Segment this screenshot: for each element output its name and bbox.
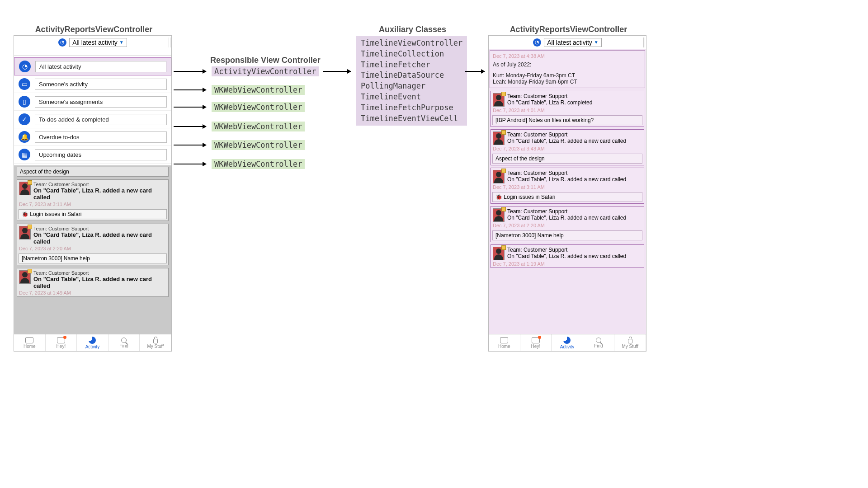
timeline-card[interactable]: Team: Customer Support On "Card Table", … [17, 268, 169, 297]
dropdown-label: All latest activity [547, 39, 592, 46]
tab-label: My Stuff [147, 344, 164, 349]
card-timestamp: Dec 7, 2023 at 4:01 AM [491, 107, 644, 114]
tab-label: My Stuff [622, 344, 638, 349]
activity-icon [89, 337, 96, 344]
tab-hey[interactable]: Hey! [46, 334, 77, 351]
card-title: On "Card Table", Liza R. added a new car… [507, 215, 626, 221]
arrow [174, 126, 206, 127]
avatar [493, 170, 505, 183]
tab-activity[interactable]: Activity [77, 334, 108, 351]
arrow [174, 107, 206, 108]
card-title: On "Card Table", Liza R. added a new car… [33, 276, 166, 289]
arrow [174, 71, 206, 72]
tab-home[interactable]: Home [489, 334, 520, 351]
card-foot: Aspect of the design [492, 154, 642, 164]
tab-hey[interactable]: Hey! [520, 334, 552, 351]
timeline-card[interactable]: Team: Customer Support On "Card Table", … [491, 129, 644, 165]
aux-classes-box: TimelineViewController TimelineCollectio… [356, 36, 467, 126]
card-foot: [Nametron 3000] Name help [492, 230, 642, 240]
aux-class: TimelineViewController [361, 38, 462, 49]
search-icon [121, 338, 127, 343]
activity-dropdown[interactable]: All latest activity ▼ [69, 38, 127, 47]
tab-find[interactable]: Find [108, 334, 140, 351]
notification-dot-icon [63, 336, 66, 339]
tabbar: Home Hey! Activity Find My Stuff [14, 334, 171, 351]
phone-header: ◔ All latest activity ▼ [14, 36, 171, 49]
tabbar: Home Hey! Activity Find My Stuff [489, 334, 646, 351]
menu-label: Someone's assignments [35, 96, 167, 108]
menu-someones-activity[interactable]: ▭ Someone's activity [14, 75, 171, 93]
aux-class: TimelineFetcher [361, 60, 462, 70]
arrow [465, 71, 485, 72]
tab-label: Home [24, 344, 36, 349]
badge-icon [501, 92, 506, 96]
tab-home[interactable]: Home [14, 334, 46, 351]
caret-down-icon: ▼ [119, 40, 124, 45]
timeline-card[interactable]: Team: Customer Support On "Card Table", … [17, 179, 169, 221]
bell-icon: 🔔 [19, 131, 30, 143]
vc-wk-1: WKWebViewController [212, 85, 305, 95]
stub-row: Aspect of the design [17, 167, 169, 177]
briefcase-icon: ▭ [19, 78, 30, 90]
card-team: Team: Customer Support [33, 226, 166, 231]
badge-icon [28, 180, 32, 185]
aux-class: TimelineCollection [361, 49, 462, 60]
activity-dropdown[interactable]: All latest activity ▼ [544, 38, 602, 47]
card-timestamp: Dec 7, 2023 at 2:20 AM [17, 245, 168, 252]
card-title: On "Card Table", Liza R. added a new car… [507, 253, 626, 259]
avatar [493, 93, 505, 107]
card-title: On "Card Table", Liza R. added a new car… [33, 187, 166, 201]
timeline-card[interactable]: Team: Customer Support On "Card Table", … [491, 244, 644, 268]
handle-icon [643, 38, 645, 47]
badge-icon [501, 245, 506, 250]
lock-icon [153, 339, 158, 343]
menu-label: Someone's activity [35, 79, 167, 90]
arrow [323, 71, 351, 72]
vc-activity: ActivityViewController [212, 66, 319, 76]
avatar [19, 270, 31, 284]
tab-mystuff[interactable]: My Stuff [614, 334, 646, 351]
timeline-card[interactable]: Team: Customer Support On "Card Table", … [491, 91, 644, 127]
search-icon [596, 338, 601, 343]
card-timestamp: Dec 7, 2023 at 3:43 AM [491, 145, 644, 152]
tab-activity[interactable]: Activity [552, 334, 583, 351]
card-title: On "Card Table", Liza R. added a new car… [507, 176, 626, 183]
vc-wk-5: WKWebViewController [212, 159, 305, 169]
card-team: Team: Customer Support [507, 93, 592, 99]
tab-label: Activity [85, 344, 100, 349]
timeline-card[interactable]: Team: Customer Support On "Card Table", … [491, 168, 644, 204]
timeline-card[interactable]: Team: Customer Support On "Card Table", … [17, 224, 169, 265]
live-area: Dec 7, 2023 at 4:38 AM As of July 2022: … [489, 49, 646, 334]
aux-class: TimelineEventViewCell [361, 113, 462, 124]
menu-someones-assignments[interactable]: ▯ Someone's assignments [14, 93, 171, 111]
menu-all-latest[interactable]: ◔ All latest activity [14, 57, 171, 75]
tab-find[interactable]: Find [583, 334, 615, 351]
badge-icon [28, 269, 32, 273]
menu-upcoming[interactable]: ▦ Upcoming dates [14, 146, 171, 164]
clock-icon: ◔ [58, 38, 66, 47]
menu-overdue[interactable]: 🔔 Overdue to-dos [14, 128, 171, 146]
avatar [493, 208, 505, 222]
card-timestamp: Dec 7, 2023 at 3:11 AM [17, 201, 168, 208]
title-right: ActivityReportsViewController [488, 25, 649, 34]
menu-todos[interactable]: ✓ To-dos added & completed [14, 111, 171, 128]
tab-mystuff[interactable]: My Stuff [140, 334, 171, 351]
badge-icon [501, 207, 506, 211]
vc-wk-3: WKWebViewController [212, 122, 305, 131]
shift-ts: Dec 7, 2023 at 4:38 AM [493, 53, 642, 59]
card-team: Team: Customer Support [33, 270, 166, 276]
tab-label: Hey! [531, 344, 541, 349]
aux-class: TimelineEvent [361, 92, 462, 103]
shift-line: Leah: Monday-Friday 9am-6pm CT [493, 79, 642, 85]
shift-line: Kurt: Monday-Friday 6am-3pm CT [493, 72, 642, 79]
dim-background: Aspect of the design Team: Customer Supp… [14, 165, 171, 334]
dropdown-label: All latest activity [72, 39, 118, 46]
timeline-card[interactable]: Team: Customer Support On "Card Table", … [491, 206, 644, 242]
subbar [14, 49, 171, 56]
shift-asof: As of July 2022: [493, 61, 642, 68]
card-team: Team: Customer Support [507, 247, 626, 253]
badge-icon [28, 225, 32, 229]
activity-icon [563, 337, 571, 344]
aux-class: TimelineDataSource [361, 70, 462, 81]
aux-class: PollingManager [361, 81, 462, 92]
